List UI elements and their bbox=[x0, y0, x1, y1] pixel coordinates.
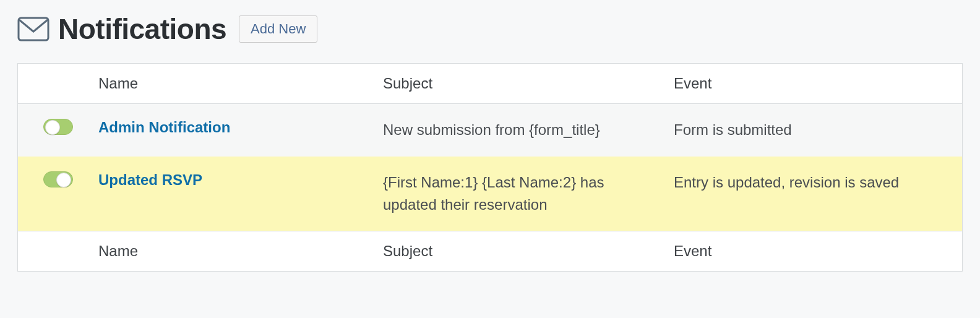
column-header-subject[interactable]: Subject bbox=[383, 75, 674, 92]
page-title: Notifications bbox=[17, 12, 226, 46]
notification-name-link[interactable]: Updated RSVP bbox=[98, 171, 202, 188]
page-header: Notifications Add New bbox=[17, 12, 963, 46]
notification-subject: {First Name:1} {Last Name:2} has updated… bbox=[383, 171, 674, 216]
page-title-text: Notifications bbox=[58, 12, 226, 46]
add-new-button[interactable]: Add New bbox=[239, 15, 317, 43]
notification-event: Form is submitted bbox=[674, 119, 962, 141]
notification-name-link[interactable]: Admin Notification bbox=[98, 119, 230, 135]
envelope-icon bbox=[17, 17, 49, 41]
column-footer-subject: Subject bbox=[383, 243, 674, 260]
column-header-name[interactable]: Name bbox=[98, 75, 383, 92]
column-header-event[interactable]: Event bbox=[674, 75, 962, 92]
column-footer-event: Event bbox=[674, 243, 962, 260]
table-footer: Name Subject Event bbox=[18, 231, 962, 271]
table-row: Admin Notification New submission from {… bbox=[18, 104, 962, 157]
svg-rect-0 bbox=[19, 18, 48, 40]
column-footer-name: Name bbox=[98, 243, 383, 260]
toggle-switch[interactable] bbox=[43, 119, 73, 135]
table-header: Name Subject Event bbox=[18, 64, 962, 104]
table-row: Updated RSVP {First Name:1} {Last Name:2… bbox=[18, 157, 962, 231]
notifications-table: Name Subject Event Admin Notification Ne… bbox=[17, 63, 963, 272]
notification-event: Entry is updated, revision is saved bbox=[674, 171, 962, 194]
notification-subject: New submission from {form_title} bbox=[383, 119, 674, 141]
toggle-switch[interactable] bbox=[43, 171, 73, 187]
